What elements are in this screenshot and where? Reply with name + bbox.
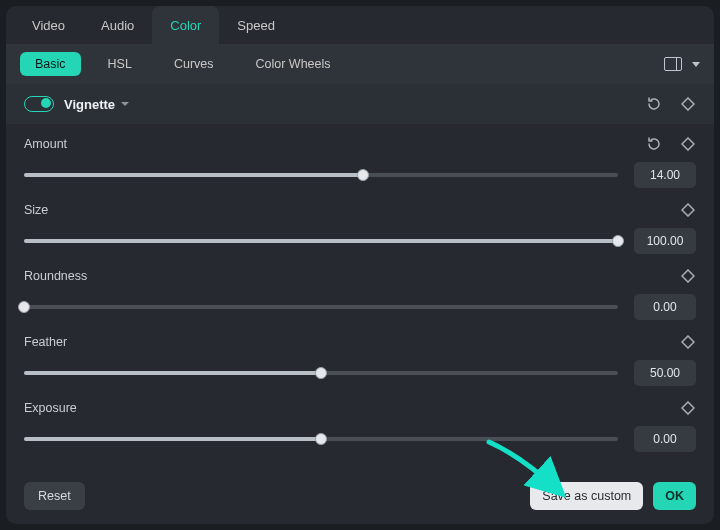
feather-keyframe-icon[interactable] (680, 334, 696, 350)
exposure-slider[interactable] (24, 437, 618, 441)
subtab-hsl[interactable]: HSL (93, 52, 147, 76)
vignette-toggle[interactable] (24, 96, 54, 112)
ok-button[interactable]: OK (653, 482, 696, 510)
size-value[interactable]: 100.00 (634, 228, 696, 254)
size-slider[interactable] (24, 239, 618, 243)
section-caret-icon[interactable] (121, 102, 129, 106)
param-label: Feather (24, 335, 67, 349)
param-label: Size (24, 203, 48, 217)
footer: Reset Save as custom OK (6, 472, 714, 524)
roundness-slider[interactable] (24, 305, 618, 309)
param-label: Roundness (24, 269, 87, 283)
tab-audio[interactable]: Audio (83, 6, 152, 44)
subtab-color-wheels[interactable]: Color Wheels (241, 52, 346, 76)
section-title: Vignette (64, 97, 115, 112)
tab-color[interactable]: Color (152, 6, 219, 44)
section-header: Vignette (6, 84, 714, 124)
param-label: Amount (24, 137, 67, 151)
amount-keyframe-icon[interactable] (680, 136, 696, 152)
sliders-area: Amount 14.00 Size (6, 124, 714, 472)
sub-tabs: Basic HSL Curves Color Wheels (6, 44, 714, 84)
reset-button[interactable]: Reset (24, 482, 85, 510)
save-as-custom-button[interactable]: Save as custom (530, 482, 643, 510)
feather-value[interactable]: 50.00 (634, 360, 696, 386)
exposure-value[interactable]: 0.00 (634, 426, 696, 452)
subtab-curves[interactable]: Curves (159, 52, 229, 76)
tab-video[interactable]: Video (14, 6, 83, 44)
feather-slider[interactable] (24, 371, 618, 375)
section-reset-icon[interactable] (646, 96, 662, 112)
section-keyframe-icon[interactable] (680, 96, 696, 112)
subtab-basic[interactable]: Basic (20, 52, 81, 76)
amount-reset-icon[interactable] (646, 136, 662, 152)
exposure-keyframe-icon[interactable] (680, 400, 696, 416)
roundness-keyframe-icon[interactable] (680, 268, 696, 284)
roundness-value[interactable]: 0.00 (634, 294, 696, 320)
tab-speed[interactable]: Speed (219, 6, 293, 44)
param-amount: Amount 14.00 (24, 136, 696, 188)
param-exposure: Exposure 0.00 (24, 400, 696, 452)
param-size: Size 100.00 (24, 202, 696, 254)
amount-slider[interactable] (24, 173, 618, 177)
top-tabs: Video Audio Color Speed (6, 6, 714, 44)
chevron-down-icon[interactable] (692, 62, 700, 67)
param-label: Exposure (24, 401, 77, 415)
param-roundness: Roundness 0.00 (24, 268, 696, 320)
layout-icon[interactable] (664, 57, 682, 71)
size-keyframe-icon[interactable] (680, 202, 696, 218)
amount-value[interactable]: 14.00 (634, 162, 696, 188)
param-feather: Feather 50.00 (24, 334, 696, 386)
